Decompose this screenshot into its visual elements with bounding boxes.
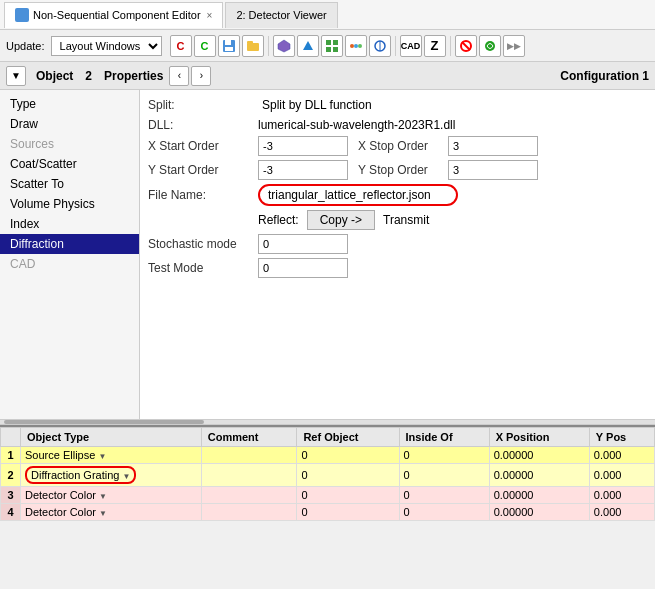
toolbar-btn-dots[interactable]: [345, 35, 367, 57]
stochastic-label: Stochastic mode: [148, 237, 258, 251]
x-start-label: X Start Order: [148, 139, 258, 153]
row-2-comment[interactable]: [201, 464, 297, 487]
sidebar-item-type[interactable]: Type: [0, 94, 139, 114]
row-1-comment[interactable]: [201, 447, 297, 464]
row-num-3: 3: [1, 487, 21, 504]
toolbar-btn-c2[interactable]: C: [194, 35, 216, 57]
row-4-xpos[interactable]: 0.00000: [489, 504, 589, 521]
toolbar-btn-open[interactable]: [242, 35, 264, 57]
y-stop-input[interactable]: [448, 160, 538, 180]
tab-nsce[interactable]: Non-Sequential Component Editor ×: [4, 2, 223, 28]
row-2-inside[interactable]: 0: [399, 464, 489, 487]
row-3-ypos[interactable]: 0.000: [589, 487, 654, 504]
col-comment[interactable]: Comment: [201, 428, 297, 447]
row-2-ypos[interactable]: 0.000: [589, 464, 654, 487]
svg-rect-1: [225, 40, 231, 45]
row-1-inside[interactable]: 0: [399, 447, 489, 464]
row-3-dropdown-arrow[interactable]: ▼: [99, 492, 107, 501]
toolbar-btn-cad[interactable]: CAD: [400, 35, 422, 57]
file-name-row: File Name: triangular_lattice_reflector.…: [148, 184, 647, 206]
row-4-type[interactable]: Detector Color ▼: [21, 504, 202, 521]
svg-point-13: [358, 44, 362, 48]
x-order-row: X Start Order X Stop Order: [148, 136, 647, 156]
toolbar-btn-z[interactable]: Z: [424, 35, 446, 57]
col-ref-object[interactable]: Ref Object: [297, 428, 399, 447]
scroll-thumb[interactable]: [4, 420, 204, 424]
y-start-input[interactable]: [258, 160, 348, 180]
row-2-type-highlight: Diffraction Grating ▼: [25, 466, 136, 484]
nav-next[interactable]: ›: [191, 66, 211, 86]
toolbar-btn-shape[interactable]: [297, 35, 319, 57]
toolbar-btn-no[interactable]: [455, 35, 477, 57]
file-name-value[interactable]: triangular_lattice_reflector.json: [258, 184, 458, 206]
x-start-input[interactable]: [258, 136, 348, 156]
sidebar-item-scatter-to[interactable]: Scatter To: [0, 174, 139, 194]
svg-point-11: [350, 44, 354, 48]
row-1-ref[interactable]: 0: [297, 447, 399, 464]
row-2-dropdown-arrow[interactable]: ▼: [123, 472, 131, 481]
row-2-type-label: Diffraction Grating: [31, 469, 119, 481]
svg-rect-10: [333, 47, 338, 52]
row-1-xpos[interactable]: 0.00000: [489, 447, 589, 464]
config-label: Configuration 1: [560, 69, 649, 83]
sidebar-item-draw[interactable]: Draw: [0, 114, 139, 134]
test-mode-input[interactable]: [258, 258, 348, 278]
row-3-xpos[interactable]: 0.00000: [489, 487, 589, 504]
x-stop-input[interactable]: [448, 136, 538, 156]
dll-value: lumerical-sub-wavelength-2023R1.dll: [258, 118, 455, 132]
col-y-pos[interactable]: Y Pos: [589, 428, 654, 447]
toolbar-btn-ray[interactable]: [369, 35, 391, 57]
row-1-dropdown-arrow[interactable]: ▼: [98, 452, 106, 461]
sidebar-item-coat-scatter[interactable]: Coat/Scatter: [0, 154, 139, 174]
row-4-ref[interactable]: 0: [297, 504, 399, 521]
main-area: Type Draw Sources Coat/Scatter Scatter T…: [0, 90, 655, 419]
col-object-type[interactable]: Object Type: [21, 428, 202, 447]
row-3-ref[interactable]: 0: [297, 487, 399, 504]
svg-rect-3: [247, 43, 259, 51]
row-2-xpos[interactable]: 0.00000: [489, 464, 589, 487]
sidebar-item-index[interactable]: Index: [0, 214, 139, 234]
nav-prev[interactable]: ‹: [169, 66, 189, 86]
tab-nsce-label: Non-Sequential Component Editor: [33, 9, 201, 21]
row-4-comment[interactable]: [201, 504, 297, 521]
toolbar-btn-grid[interactable]: [321, 35, 343, 57]
row-1-ypos[interactable]: 0.000: [589, 447, 654, 464]
toolbar-btn-extra[interactable]: ▶▶: [503, 35, 525, 57]
row-2-ref[interactable]: 0: [297, 464, 399, 487]
row-4-inside[interactable]: 0: [399, 504, 489, 521]
bottom-table-section: Object Type Comment Ref Object Inside Of…: [0, 425, 655, 589]
col-x-position[interactable]: X Position: [489, 428, 589, 447]
row-3-inside[interactable]: 0: [399, 487, 489, 504]
col-num: [1, 428, 21, 447]
title-bar: Non-Sequential Component Editor × 2: Det…: [0, 0, 655, 30]
toolbar-btn-c1[interactable]: C: [170, 35, 192, 57]
tab-detector[interactable]: 2: Detector Viewer: [225, 2, 337, 28]
toolbar-btn-save[interactable]: [218, 35, 240, 57]
row-4-ypos[interactable]: 0.000: [589, 504, 654, 521]
row-3-type-label: Detector Color: [25, 489, 96, 501]
layout-windows-dropdown[interactable]: Layout Windows: [51, 36, 162, 56]
dll-row: DLL: lumerical-sub-wavelength-2023R1.dll: [148, 118, 647, 132]
reflect-row: Reflect: Copy -> Transmit: [258, 210, 647, 230]
sidebar-item-volume-physics[interactable]: Volume Physics: [0, 194, 139, 214]
toolbar-btn-3d[interactable]: [273, 35, 295, 57]
sidebar-item-cad[interactable]: CAD: [0, 254, 139, 274]
stochastic-input[interactable]: [258, 234, 348, 254]
svg-marker-6: [303, 41, 313, 50]
toolbar-btn-link[interactable]: [479, 35, 501, 57]
content-panel: Split: Split by DLL function DLL: lumeri…: [140, 90, 655, 419]
copy-button[interactable]: Copy ->: [307, 210, 375, 230]
sidebar-item-diffraction[interactable]: Diffraction: [0, 234, 139, 254]
tab-nsce-close[interactable]: ×: [207, 10, 213, 21]
file-name-label: File Name:: [148, 188, 258, 202]
row-1-type[interactable]: Source Ellipse ▼: [21, 447, 202, 464]
col-inside-of[interactable]: Inside Of: [399, 428, 489, 447]
stochastic-row: Stochastic mode: [148, 234, 647, 254]
row-4-dropdown-arrow[interactable]: ▼: [99, 509, 107, 518]
collapse-arrow[interactable]: ▼: [6, 66, 26, 86]
sidebar-item-sources[interactable]: Sources: [0, 134, 139, 154]
row-3-comment[interactable]: [201, 487, 297, 504]
row-3-type[interactable]: Detector Color ▼: [21, 487, 202, 504]
row-2-type[interactable]: Diffraction Grating ▼: [21, 464, 202, 487]
y-order-row: Y Start Order Y Stop Order: [148, 160, 647, 180]
